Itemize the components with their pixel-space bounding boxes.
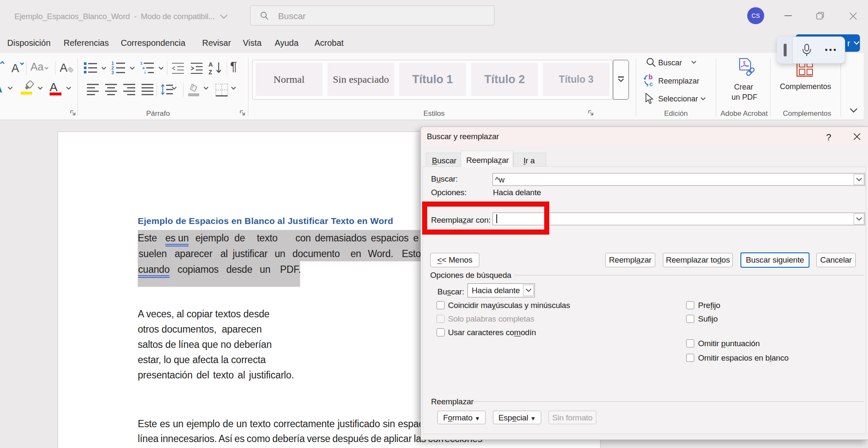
svg-text:Z: Z: [209, 69, 212, 75]
svg-text:2: 2: [111, 66, 114, 70]
svg-text:i: i: [145, 70, 146, 75]
svg-text:A: A: [50, 81, 58, 94]
svg-text:A: A: [11, 62, 19, 75]
svg-text:c: c: [649, 80, 653, 87]
svg-text:A: A: [209, 61, 213, 68]
svg-text:3: 3: [111, 70, 114, 75]
svg-text:a: a: [142, 66, 145, 70]
svg-text:A: A: [0, 82, 3, 95]
svg-text:1: 1: [140, 61, 142, 65]
svg-text:1: 1: [111, 61, 114, 66]
svg-text:A: A: [60, 62, 67, 74]
svg-text:b: b: [648, 73, 653, 81]
